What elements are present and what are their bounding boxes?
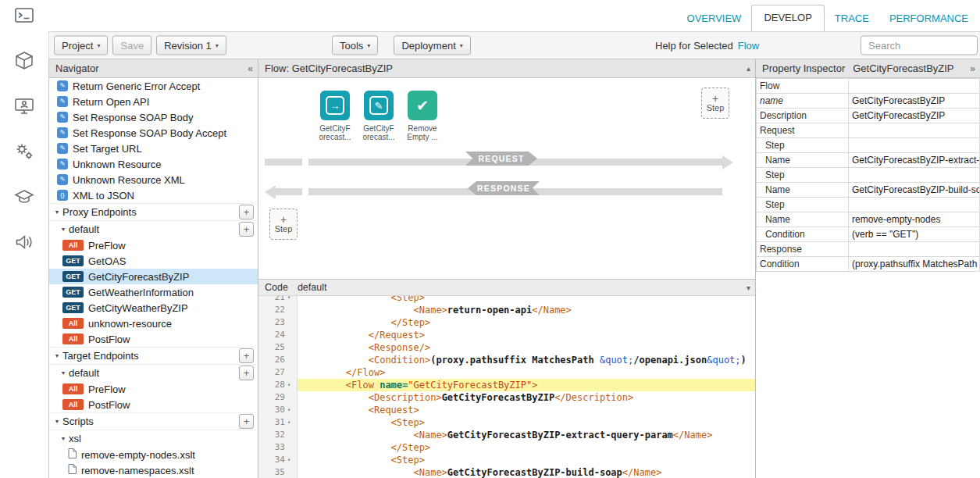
prop-value — [849, 138, 980, 153]
tab-overview[interactable]: OVERVIEW — [677, 7, 752, 31]
prop-value[interactable]: GetCityForecastByZIP — [849, 109, 980, 123]
add-button[interactable]: + — [239, 205, 254, 219]
navigator-section-proxy-endpoints[interactable]: ▾Proxy Endpoints+ — [49, 203, 258, 220]
navigator-flow-preflow[interactable]: AllPreFlow — [49, 237, 258, 253]
prop-value[interactable]: GetCityForecastByZIP — [849, 94, 980, 109]
navigator-section-scripts[interactable]: ▾Scripts+ — [49, 412, 258, 430]
navigator-flow-getweatherinformation[interactable]: GETGetWeatherInformation — [49, 284, 258, 300]
fold-toggle-icon[interactable]: ▾ — [287, 379, 298, 391]
code-text: <Step> — [298, 416, 755, 429]
collapse-inspector-icon[interactable]: » — [970, 63, 975, 74]
navigator-flow-preflow[interactable]: AllPreFlow — [49, 381, 258, 397]
navigator-policy-unknown-resource[interactable]: ✎Unknown Resource — [49, 156, 258, 172]
flow-step[interactable]: →GetCityForecast... — [314, 91, 356, 141]
code-editor[interactable]: 21▾ <Step>22 <Name>return-open-api</Name… — [258, 296, 755, 478]
tab-develop[interactable]: DEVELOP — [751, 5, 824, 31]
navigator-flow-getoas[interactable]: GETGetOAS — [49, 253, 258, 269]
collapse-flow-icon[interactable]: ▴ — [747, 64, 750, 73]
navigator-flow-postflow[interactable]: AllPostFlow — [49, 397, 258, 412]
code-line[interactable]: 30▾ <Request> — [258, 404, 755, 416]
collapse-code-icon[interactable]: ▾ — [747, 284, 750, 292]
navigator-group-default[interactable]: ▾default+ — [49, 364, 258, 381]
navigator-policy-xml-to-json[interactable]: {}XML to JSON — [49, 187, 258, 203]
prop-value[interactable]: (proxy.pathsuffix MatchesPath "/c — [849, 257, 980, 272]
navigator-policy-return-generic-error-accept[interactable]: ✎Return Generic Error Accept — [49, 78, 258, 94]
code-line[interactable]: 34▾ <Step> — [258, 454, 755, 466]
training-icon[interactable] — [13, 95, 35, 117]
method-badge: GET — [62, 271, 84, 282]
help-flow-link[interactable]: Flow — [738, 40, 759, 52]
flow-title: Flow: GetCityForecastByZIP — [265, 62, 393, 74]
add-step-button[interactable]: + Step — [269, 209, 298, 240]
code-tab-default[interactable]: default — [298, 282, 327, 293]
flow-step[interactable]: ✔RemoveEmpty ... — [401, 91, 444, 141]
code-line[interactable]: 23 </Step> — [258, 316, 755, 329]
prop-label: Step — [757, 198, 849, 212]
navigator-flow-postflow[interactable]: AllPostFlow — [49, 331, 258, 347]
code-line[interactable]: 21▾ <Step> — [258, 296, 755, 304]
navigator-policy-set-response-soap-body-accept[interactable]: ✎Set Response SOAP Body Accept — [49, 125, 258, 141]
navigator-flow-unknown-resource[interactable]: Allunknown-resource — [49, 316, 258, 331]
flow-step[interactable]: ✎GetCityForecast... — [358, 91, 400, 141]
add-step-button[interactable]: + Step — [701, 87, 729, 119]
navigator-policy-unknown-resource-xml[interactable]: ✎Unknown Resource XML — [49, 172, 258, 187]
line-number: 27 — [258, 366, 287, 379]
fold-toggle-icon[interactable]: ▾ — [287, 296, 298, 304]
code-line[interactable]: 33 </Step> — [258, 441, 755, 454]
code-line[interactable]: 32 <Name>GetCityForecastByZIP-extract-qu… — [258, 429, 755, 441]
code-line[interactable]: 26 <Condition>(proxy.pathsuffix MatchesP… — [258, 354, 755, 366]
navigator-panel: Navigator « ✎Return Generic Error Accept… — [49, 59, 258, 478]
navigator-flow-getcityweatherbyzip[interactable]: GETGetCityWeatherByZIP — [49, 300, 258, 316]
save-button[interactable]: Save — [112, 36, 151, 55]
navigator-flow-getcityforecastbyzip[interactable]: GETGetCityForecastByZIP — [49, 269, 258, 284]
code-line[interactable]: 27 </Flow> — [258, 366, 755, 379]
add-button[interactable]: + — [239, 366, 254, 380]
search-input[interactable] — [861, 36, 978, 55]
code-line[interactable]: 28▾ <Flow name="GetCityForecastByZIP"> — [258, 379, 755, 391]
navigator-policy-set-target-url[interactable]: ✎Set Target URL — [49, 141, 258, 156]
code-line[interactable]: 24 </Request> — [258, 329, 755, 341]
fold-spacer — [287, 329, 298, 341]
policy-label: Set Response SOAP Body — [73, 112, 193, 123]
code-line[interactable]: 22 <Name>return-open-api</Name> — [258, 304, 755, 316]
code-line[interactable]: 25 <Response/> — [258, 341, 755, 354]
revision-menu-button[interactable]: Revision 1▾ — [156, 36, 226, 55]
project-menu-button[interactable]: Project▾ — [54, 36, 108, 55]
code-line[interactable]: 31▾ <Step> — [258, 416, 755, 429]
settings-icon[interactable] — [13, 141, 35, 162]
fold-toggle-icon[interactable]: ▾ — [287, 404, 298, 416]
add-button[interactable]: + — [239, 348, 254, 363]
navigator-policy-return-open-api[interactable]: ✎Return Open API — [49, 94, 258, 109]
tab-trace[interactable]: TRACE — [825, 7, 879, 31]
collapse-navigator-icon[interactable]: « — [248, 63, 253, 74]
caret-down-icon: ▾ — [97, 42, 100, 49]
fold-toggle-icon[interactable]: ▾ — [287, 454, 298, 466]
add-button[interactable]: + — [239, 414, 254, 429]
navigator-section-target-endpoints[interactable]: ▾Target Endpoints+ — [49, 347, 258, 364]
deployment-menu-button[interactable]: Deployment▾ — [394, 36, 470, 55]
tab-performance[interactable]: PERFORMANCE — [879, 7, 978, 31]
tools-menu-button[interactable]: Tools▾ — [332, 36, 378, 55]
add-button[interactable]: + — [239, 222, 254, 237]
education-icon[interactable] — [13, 186, 35, 208]
package-icon[interactable] — [13, 50, 35, 72]
code-line[interactable]: 29 <Description>GetCityForecastByZIP</De… — [258, 391, 755, 404]
announcements-icon[interactable] — [13, 231, 35, 253]
navigator-file-remove-namespaces-xslt[interactable]: remove-namespaces.xslt — [49, 462, 258, 478]
prop-value[interactable]: GetCityForecastByZIP-extract-qu — [849, 153, 980, 168]
terminal-icon[interactable] — [13, 5, 35, 27]
code-line[interactable]: 35 <Name>GetCityForecastByZIP-build-soap… — [258, 466, 755, 478]
help-for-selected-label: Help for Selected — [655, 40, 733, 52]
flow-label: GetCityForecastByZIP — [88, 271, 189, 283]
line-number: 35 — [258, 466, 287, 478]
flow-label: GetWeatherInformation — [88, 287, 194, 298]
prop-value[interactable]: (verb == "GET") — [849, 227, 980, 242]
navigator-policy-set-response-soap-body[interactable]: ✎Set Response SOAP Body — [49, 109, 258, 125]
prop-value[interactable]: remove-empty-nodes — [849, 212, 980, 227]
method-badge: All — [62, 383, 84, 394]
prop-value[interactable]: GetCityForecastByZIP-build-soap — [849, 183, 980, 198]
navigator-file-remove-empty-nodes-xslt[interactable]: remove-empty-nodes.xslt — [49, 447, 258, 462]
fold-toggle-icon[interactable]: ▾ — [287, 416, 298, 429]
navigator-group-default[interactable]: ▾default+ — [49, 220, 258, 237]
navigator-group-xsl[interactable]: ▾xsl — [49, 430, 258, 447]
